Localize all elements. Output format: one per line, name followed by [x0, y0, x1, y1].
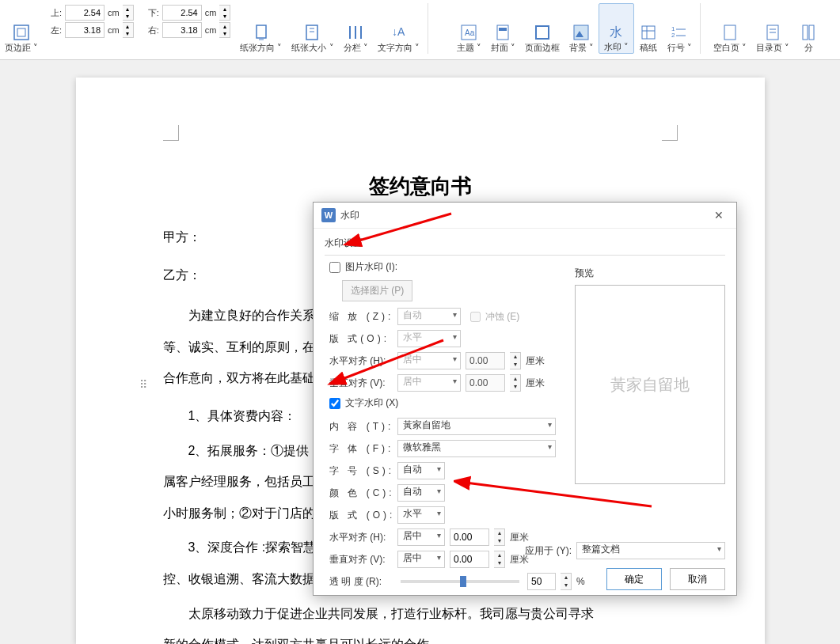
linenum-icon: 12	[670, 23, 689, 42]
manuscript-icon	[639, 23, 658, 42]
valign1-dropdown[interactable]: 居中	[397, 374, 461, 392]
cancel-button[interactable]: 取消	[670, 568, 725, 590]
margin-left-input[interactable]	[65, 22, 105, 38]
app-icon: W	[321, 208, 336, 222]
svg-text:水: 水	[610, 25, 622, 39]
watermark-dialog: W 水印 ✕ 水印设置 图片水印 (I): 选择图片 (P) 缩 放 (Z): …	[313, 202, 737, 596]
background-icon	[572, 23, 591, 42]
linenum-label: 行号 ˅	[667, 42, 692, 54]
text-watermark-label: 文字水印 (X)	[345, 396, 398, 410]
halign2-dropdown[interactable]: 居中	[397, 528, 445, 546]
theme-button[interactable]: Aa 主题 ˅	[452, 3, 486, 54]
cover-label: 封面 ˅	[491, 42, 515, 54]
pagebox-label: 页面边框	[525, 42, 560, 54]
close-button[interactable]: ✕	[709, 207, 728, 223]
textdir-button[interactable]: ↓A 文字方向 ˅	[373, 3, 428, 54]
margin-top-unit: cm	[108, 8, 120, 17]
spinner[interactable]: ▴▾	[123, 5, 134, 21]
watermark-icon: 水	[606, 22, 625, 41]
opacity-value[interactable]	[527, 573, 556, 590]
apply-dropdown[interactable]: 整篇文档	[576, 542, 725, 559]
color-label: 颜 色 (C):	[329, 487, 393, 500]
halign2-offset[interactable]	[450, 528, 489, 546]
dialog-button-row: 确定 取消	[606, 568, 725, 590]
opacity-slider[interactable]	[401, 580, 519, 583]
spinner[interactable]: ▴▾	[510, 374, 521, 392]
halign2-label: 水平对齐 (H):	[329, 531, 393, 544]
watermark-label: 水印 ˅	[604, 41, 629, 53]
page-corner-mark	[163, 125, 179, 141]
page-corner-mark	[662, 125, 678, 141]
svg-rect-1	[17, 28, 25, 36]
ok-button[interactable]: 确定	[606, 568, 662, 590]
manuscript-button[interactable]: 稿纸	[634, 3, 663, 54]
toc-button[interactable]: 目录页 ˅	[751, 3, 794, 54]
background-button[interactable]: 背景 ˅	[564, 3, 599, 54]
orientation-button[interactable]: 纸张方向 ˅	[235, 3, 287, 54]
spinner[interactable]: ▴▾	[494, 551, 505, 568]
halign1-dropdown[interactable]: 居中	[397, 352, 461, 369]
picture-watermark-checkbox[interactable]	[329, 262, 340, 273]
select-picture-button[interactable]: 选择图片 (P)	[342, 280, 412, 301]
halign1-offset[interactable]	[466, 352, 505, 369]
ribbon-toolbar: 页边距 ˅ 上: cm ▴▾ 下: cm ▴▾ 左: cm ▴▾ 右: cm ▴…	[0, 0, 840, 60]
pagesize-icon	[303, 23, 322, 42]
margin-right-label: 右:	[145, 25, 159, 36]
watermark-button[interactable]: 水 水印 ˅	[599, 3, 634, 54]
spinner[interactable]: ▴▾	[510, 352, 521, 369]
margin-bottom-input[interactable]	[162, 5, 202, 21]
svg-text:↓A: ↓A	[392, 25, 405, 38]
spinner[interactable]: ▴▾	[494, 528, 505, 546]
svg-rect-14	[536, 26, 549, 39]
content-label: 内 容 (T):	[329, 420, 393, 434]
separator-button[interactable]: 分	[794, 3, 823, 54]
linenum-button[interactable]: 12 行号 ˅	[663, 3, 701, 54]
margins-button[interactable]: 页边距 ˅	[0, 3, 43, 54]
margin-right-input[interactable]	[162, 22, 202, 38]
textdir-icon: ↓A	[389, 23, 408, 42]
margins-label: 页边距 ˅	[5, 42, 38, 54]
spinner[interactable]: ▴▾	[219, 5, 230, 21]
preview-label: 预览	[575, 267, 725, 280]
pagesize-button[interactable]: 纸张大小 ˅	[287, 3, 338, 54]
toc-label: 目录页 ˅	[756, 42, 789, 54]
margin-top-label: 上:	[48, 7, 62, 19]
content-dropdown[interactable]: 黃家自留地	[397, 418, 556, 435]
zoom-dropdown[interactable]: 自动	[397, 308, 461, 325]
margin-inputs: 上: cm ▴▾ 下: cm ▴▾ 左: cm ▴▾ 右: cm ▴▾	[43, 3, 235, 40]
opacity-unit: %	[576, 576, 585, 587]
valign2-dropdown[interactable]: 居中	[397, 551, 445, 568]
valign2-offset[interactable]	[450, 551, 489, 568]
columns-button[interactable]: 分栏 ˅	[339, 3, 373, 54]
pagebox-button[interactable]: 页面边框	[520, 3, 564, 54]
spinner[interactable]: ▴▾	[123, 22, 134, 38]
spinner[interactable]: ▴▾	[561, 573, 572, 590]
orientation-icon	[252, 23, 271, 42]
blank-button[interactable]: 空白页 ˅	[709, 3, 751, 54]
settings-section-label: 水印设置	[325, 237, 725, 250]
dialog-titlebar[interactable]: W 水印 ✕	[314, 203, 736, 229]
layout1-dropdown[interactable]: 水平	[397, 330, 461, 347]
washout-checkbox[interactable]	[470, 312, 481, 322]
size-dropdown[interactable]: 自动	[397, 462, 445, 479]
apply-label: 应用于 (Y):	[525, 544, 572, 558]
orientation-label: 纸张方向 ˅	[240, 42, 282, 54]
dialog-title: 水印	[340, 209, 709, 222]
svg-rect-30	[809, 25, 814, 40]
apply-row: 应用于 (Y): 整篇文档	[525, 542, 725, 559]
text-watermark-checkbox[interactable]	[329, 398, 340, 409]
svg-rect-15	[574, 25, 588, 40]
layout2-dropdown[interactable]: 水平	[397, 506, 445, 524]
blank-icon	[720, 23, 739, 42]
unit-cm: 厘米	[526, 377, 545, 390]
color-dropdown[interactable]: 自动	[397, 484, 445, 502]
dialog-body: 水印设置 图片水印 (I): 选择图片 (P) 缩 放 (Z): 自动 冲蚀 (…	[314, 229, 736, 600]
spinner[interactable]: ▴▾	[219, 22, 230, 38]
valign1-offset[interactable]	[466, 374, 505, 392]
font-dropdown[interactable]: 微软雅黑	[397, 440, 556, 457]
drag-handle-icon[interactable]: ⠿	[139, 378, 149, 391]
margin-top-input[interactable]	[65, 5, 105, 21]
separator-icon	[799, 23, 818, 42]
unit-cm: 厘米	[526, 354, 545, 368]
cover-button[interactable]: 封面 ˅	[486, 3, 520, 54]
